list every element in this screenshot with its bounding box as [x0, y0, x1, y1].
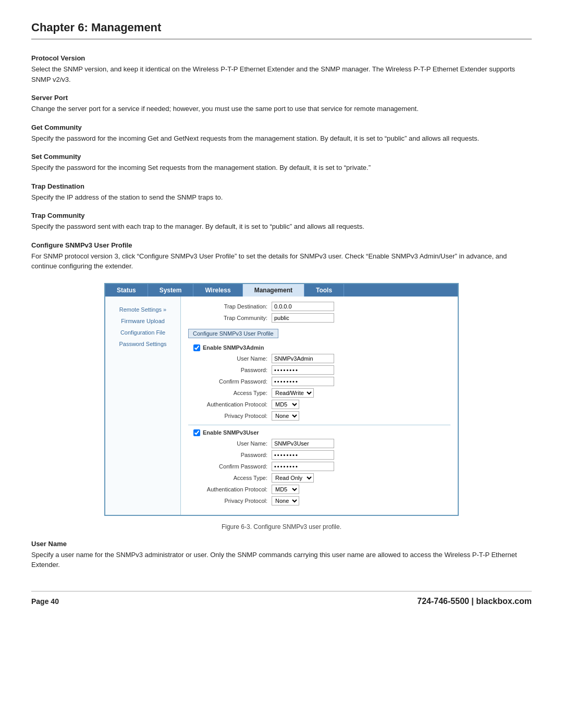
admin-access-type-row: Access Type: Read/Write Read Only: [188, 388, 450, 398]
sidebar-item-firmware[interactable]: Firmware Upload: [105, 315, 180, 327]
trap-destination-input[interactable]: [272, 302, 334, 311]
footer-page: Page 40: [31, 597, 59, 606]
user-password-input[interactable]: [272, 450, 334, 460]
user-access-type-label: Access Type:: [188, 475, 272, 481]
section-body-set: Specify the password for the incoming Se…: [31, 163, 532, 173]
sidebar: Remote Settings » Firmware Upload Config…: [105, 297, 181, 515]
tab-system[interactable]: System: [148, 284, 194, 297]
trap-community-label: Trap Community:: [188, 315, 272, 321]
footer: Page 40 724-746-5500 | blackbox.com: [31, 591, 532, 606]
sidebar-item-remote[interactable]: Remote Settings »: [105, 304, 180, 315]
user-privacy-protocol-row: Privacy Protocol: None DES AES: [188, 496, 450, 505]
admin-confirm-password-label: Confirm Password:: [188, 378, 272, 385]
user-auth-protocol-row: Authentication Protocol: MD5 SHA None: [188, 485, 450, 494]
main-content: Trap Destination: Trap Community: Config…: [181, 297, 458, 515]
section-trap-destination: Trap Destination Specify the IP address …: [31, 182, 532, 203]
admin-auth-protocol-label: Authentication Protocol:: [188, 401, 272, 408]
trap-destination-label: Trap Destination:: [188, 303, 272, 310]
admin-auth-protocol-select[interactable]: MD5 SHA None: [272, 400, 299, 409]
enable-user-label: Enable SNMPv3User: [203, 429, 259, 436]
admin-password-input[interactable]: [272, 365, 334, 375]
admin-privacy-protocol-row: Privacy Protocol: None DES AES: [188, 411, 450, 421]
user-username-label: User Name:: [188, 440, 272, 447]
section-get-community: Get Community Specify the password for t…: [31, 124, 532, 144]
section-protocol-version: Protocol Version Select the SNMP version…: [31, 54, 532, 84]
admin-confirm-password-row: Confirm Password:: [188, 377, 450, 386]
admin-auth-protocol-row: Authentication Protocol: MD5 SHA None: [188, 400, 450, 409]
user-username-input[interactable]: [272, 439, 334, 448]
user-username-row: User Name:: [188, 439, 450, 448]
admin-confirm-password-input[interactable]: [272, 377, 334, 386]
admin-access-type-select[interactable]: Read/Write Read Only: [272, 388, 314, 398]
admin-username-row: User Name:: [188, 354, 450, 363]
sidebar-item-password[interactable]: Password Settings: [105, 338, 180, 350]
section-body-get: Specify the password for the incoming Ge…: [31, 133, 532, 144]
admin-password-row: Password:: [188, 365, 450, 375]
footer-contact: 724-746-5500 | blackbox.com: [417, 597, 532, 606]
section-heading-server: Server Port: [31, 94, 532, 102]
user-confirm-password-row: Confirm Password:: [188, 462, 450, 471]
section-heading-username: User Name: [31, 540, 532, 548]
enable-admin-row: Enable SNMPv3Admin: [193, 344, 450, 351]
user-password-row: Password:: [188, 450, 450, 460]
configure-snmpv3-button[interactable]: Configure SNMPv3 User Profile: [188, 329, 278, 338]
trap-community-input[interactable]: [272, 313, 334, 323]
enable-user-row: Enable SNMPv3User: [193, 429, 450, 436]
sidebar-item-config[interactable]: Configuration File: [105, 327, 180, 338]
section-body-username: Specify a user name for the SNMPv3 admin…: [31, 550, 532, 570]
section-trap-community: Trap Community Specify the password sent…: [31, 212, 532, 232]
enable-admin-checkbox[interactable]: [193, 344, 200, 351]
user-privacy-protocol-label: Privacy Protocol:: [188, 498, 272, 504]
tab-tools[interactable]: Tools: [304, 284, 344, 297]
admin-username-input[interactable]: [272, 354, 334, 363]
enable-admin-label: Enable SNMPv3Admin: [203, 344, 264, 351]
section-body-trap-dest: Specify the IP address of the station to…: [31, 192, 532, 203]
section-heading-set: Set Community: [31, 153, 532, 161]
section-body-trap-comm: Specify the password sent with each trap…: [31, 221, 532, 232]
admin-privacy-protocol-label: Privacy Protocol:: [188, 413, 272, 419]
figure-caption: Figure 6-3. Configure SNMPv3 user profil…: [31, 523, 532, 530]
user-password-label: Password:: [188, 452, 272, 458]
user-privacy-protocol-select[interactable]: None DES AES: [272, 496, 299, 505]
user-confirm-password-label: Confirm Password:: [188, 463, 272, 470]
section-body-configure: For SNMP protocol version 3, click “Conf…: [31, 251, 532, 272]
user-auth-protocol-select[interactable]: MD5 SHA None: [272, 485, 299, 494]
section-heading-configure: Configure SNMPv3 User Profile: [31, 241, 532, 249]
user-confirm-password-input[interactable]: [272, 462, 334, 471]
section-server-port: Server Port Change the server port for a…: [31, 94, 532, 114]
admin-username-label: User Name:: [188, 355, 272, 362]
tab-wireless[interactable]: Wireless: [193, 284, 242, 297]
trap-community-row: Trap Community:: [188, 313, 450, 323]
device-body: Remote Settings » Firmware Upload Config…: [105, 297, 458, 515]
tab-status[interactable]: Status: [105, 284, 148, 297]
section-configure-snmp: Configure SNMPv3 User Profile For SNMP p…: [31, 241, 532, 272]
section-heading-trap-comm: Trap Community: [31, 212, 532, 219]
trap-destination-row: Trap Destination:: [188, 302, 450, 311]
section-set-community: Set Community Specify the password for t…: [31, 153, 532, 173]
section-user-name: User Name Specify a user name for the SN…: [31, 540, 532, 570]
device-frame: Status System Wireless Management Tools …: [104, 283, 459, 516]
nav-bar: Status System Wireless Management Tools: [105, 284, 458, 297]
user-auth-protocol-label: Authentication Protocol:: [188, 486, 272, 492]
user-access-type-row: Access Type: Read Only Read/Write: [188, 473, 450, 483]
section-heading-protocol: Protocol Version: [31, 54, 532, 62]
chapter-title: Chapter 6: Management: [31, 21, 532, 40]
section-heading-get: Get Community: [31, 124, 532, 131]
section-heading-trap-dest: Trap Destination: [31, 182, 532, 190]
enable-user-checkbox[interactable]: [193, 429, 200, 436]
admin-password-label: Password:: [188, 367, 272, 373]
tab-management[interactable]: Management: [243, 284, 304, 297]
section-body-protocol: Select the SNMP version, and keep it ide…: [31, 64, 532, 84]
section-body-server: Change the server port for a service if …: [31, 104, 532, 114]
user-access-type-select[interactable]: Read Only Read/Write: [272, 473, 314, 483]
admin-privacy-protocol-select[interactable]: None DES AES: [272, 411, 299, 421]
admin-access-type-label: Access Type:: [188, 390, 272, 396]
